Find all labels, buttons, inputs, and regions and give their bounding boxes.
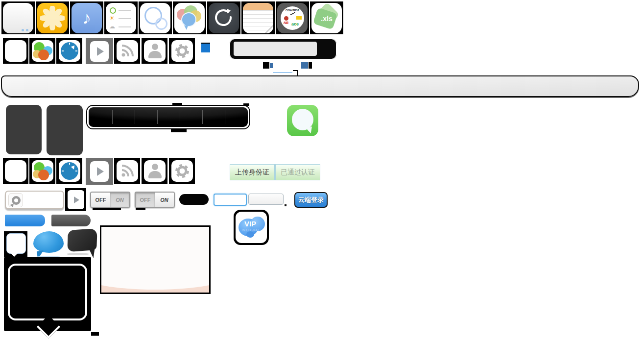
bubble-tail: [184, 25, 188, 30]
panel-curve: [101, 275, 209, 290]
toggle-on-side[interactable]: ON: [155, 193, 174, 207]
toggle-off-side[interactable]: OFF: [136, 193, 155, 207]
blank-small-icon[interactable]: [5, 160, 26, 182]
play-triangle: [74, 196, 79, 203]
blank-small-icon[interactable]: [5, 40, 26, 62]
music-app-icon[interactable]: ♪: [72, 3, 102, 33]
play-button-icon[interactable]: [90, 41, 109, 62]
verified-label: 已通过认证: [281, 168, 315, 177]
fragment: [263, 62, 269, 69]
person-head: [152, 44, 158, 50]
fragment-blue-line: [273, 72, 292, 73]
orange-circle: [38, 49, 49, 60]
messages-app-icon[interactable]: [287, 105, 318, 136]
refresh-glyph: [213, 7, 235, 29]
dark-panel: [6, 105, 42, 154]
fragment-dot: [285, 204, 286, 206]
refresh-sync-icon[interactable]: [209, 3, 239, 33]
cloud-login-button[interactable]: 云端登录: [294, 192, 328, 208]
flower-glyph: [40, 6, 65, 30]
reminders-list-icon[interactable]: ☀ ☁: [106, 3, 136, 33]
gear-icon[interactable]: [171, 160, 193, 182]
blank-app-icon[interactable]: [3, 3, 33, 33]
soso-a-icon: [11, 196, 20, 205]
sprite-cell: [3, 38, 28, 64]
search-bar: [230, 39, 336, 59]
circles-app-icon[interactable]: [140, 3, 170, 33]
sprite-cell: [36, 1, 69, 34]
text-field-focused[interactable]: [214, 194, 247, 206]
blue-bar-button[interactable]: [5, 215, 45, 226]
tick: [62, 50, 64, 51]
music-note-glyph: ♪: [82, 8, 91, 28]
white-bubble-cell: [4, 231, 27, 257]
fragment: [309, 62, 312, 69]
sprite-cell: .xls: [310, 1, 343, 34]
person-icon[interactable]: [144, 160, 166, 182]
upload-id-button[interactable]: 上传身份证: [230, 164, 275, 180]
dark-panel: [47, 105, 83, 155]
person-icon[interactable]: [144, 40, 166, 62]
photos-flower-icon[interactable]: [37, 3, 68, 33]
toggle-switch-on-active[interactable]: OFF ON: [135, 192, 175, 208]
rss-icon[interactable]: [117, 40, 138, 62]
sprite-cell-gray: [86, 38, 113, 64]
play-triangle: [97, 167, 104, 176]
sprite-cell: [241, 1, 275, 34]
black-pill: [179, 194, 209, 205]
toggle-on-side[interactable]: ON: [110, 193, 129, 207]
rss-icon[interactable]: [117, 160, 138, 182]
sprite-cell: ♪: [70, 1, 103, 34]
rss-glyph: [120, 44, 135, 58]
toggle-shadow-fragment: [93, 208, 121, 210]
sprite-cell: CONVERSE NB ace: [276, 1, 309, 34]
play-button-small[interactable]: [68, 190, 84, 209]
colored-circles-icon[interactable]: [32, 40, 53, 62]
tooltip-inner-border: [8, 264, 87, 320]
notepad-icon[interactable]: [243, 3, 273, 33]
sprite-cell: [29, 38, 55, 64]
glossy-black-toolbar[interactable]: [87, 106, 249, 128]
search-logo-box: [8, 193, 23, 207]
blue-square-swatch: [201, 43, 210, 52]
play-button-icon[interactable]: [90, 161, 109, 182]
chat-bubbles-icon[interactable]: [174, 3, 205, 33]
white-speech-bubble: [6, 233, 26, 254]
sprite-cell: [139, 1, 172, 34]
black-speech-bubble: [67, 228, 99, 257]
vip-title: VIP: [236, 220, 265, 228]
brand-circle: CONVERSE NB ace: [281, 6, 304, 30]
xls-file-icon[interactable]: .xls: [311, 3, 342, 33]
black-bubble-body: [67, 228, 97, 252]
fragment: [171, 129, 187, 132]
text-field[interactable]: [248, 194, 284, 205]
blue-ball-icon[interactable]: [59, 160, 80, 182]
colored-circles-icon[interactable]: [32, 160, 53, 182]
toggle-off-side[interactable]: OFF: [91, 193, 110, 207]
toggle-on-label: ON: [116, 197, 124, 203]
search-go-button[interactable]: [320, 42, 334, 56]
white-panel: [101, 227, 209, 293]
sprite-cell: [169, 38, 195, 64]
toggle-switch-off-active[interactable]: OFF ON: [90, 192, 130, 208]
green-ring: [110, 7, 116, 14]
brand-logos-icon[interactable]: CONVERSE NB ace: [277, 3, 308, 33]
dot: [26, 29, 28, 31]
search-field[interactable]: [5, 191, 64, 209]
gear-glyph: [174, 43, 191, 59]
search-input[interactable]: [234, 42, 317, 56]
gray-bar-button[interactable]: [51, 215, 91, 226]
sprite-cell: [207, 1, 240, 34]
small-circle: [155, 18, 167, 30]
gear-icon[interactable]: [171, 40, 193, 62]
verified-button[interactable]: 已通过认证: [275, 164, 320, 180]
sprite-cell: [169, 158, 195, 184]
sprite-cell: [29, 158, 55, 184]
vip-integral-icon[interactable]: VIP INTEGRAL: [236, 212, 267, 243]
blue-ball-icon[interactable]: [59, 40, 80, 62]
xls-label: .xls: [311, 15, 342, 23]
brand-nb-label: NB: [284, 21, 288, 24]
sprite-cell: [114, 158, 140, 184]
black-bubble-shadow: [67, 253, 89, 255]
sprite-cell: [1, 1, 35, 34]
